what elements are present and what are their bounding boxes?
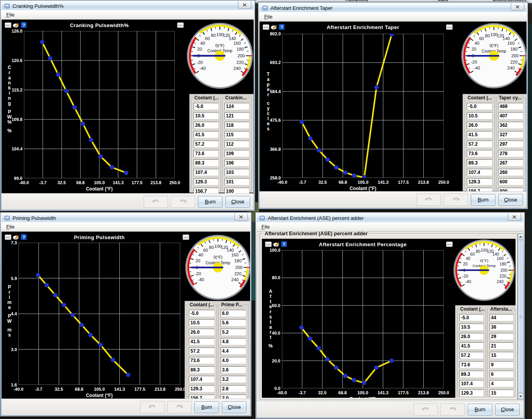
close-button[interactable]: Close [498,194,523,206]
coolant-value-field[interactable]: 41.5 [459,342,484,349]
curve-point[interactable] [110,165,114,170]
curve-value-field[interactable]: 327 [498,131,524,138]
curve-point[interactable] [362,175,366,178]
coolant-value-field[interactable]: 73.6 [459,361,484,368]
coolant-value-field[interactable]: 10.5 [467,112,492,119]
curve-value-field[interactable]: 6.0 [221,310,247,317]
more-options-button[interactable]: ... [5,234,11,240]
edit-icon[interactable] [271,24,278,30]
redo-button[interactable] [441,403,465,415]
curve-value-field[interactable]: 362 [498,122,524,129]
curve-value-field[interactable]: 21 [490,342,514,349]
curve-editor[interactable] [24,31,175,178]
curve-point[interactable] [99,154,103,159]
coolant-value-field[interactable]: 107.4 [459,380,484,387]
coolant-value-field[interactable]: -5.0 [467,103,492,110]
curve-point[interactable] [374,366,378,370]
titlebar[interactable]: Priming Pulsewidth [2,214,250,222]
curve-point[interactable] [62,303,66,307]
curve-value-field[interactable]: 407 [498,112,524,119]
curve-value-field[interactable]: 118 [225,122,250,129]
curve-value-field[interactable]: 103 [225,169,250,176]
undo-button[interactable] [140,401,165,413]
chart-options-button[interactable]: ... [446,242,453,247]
curve-value-field[interactable]: 112 [225,141,250,148]
curve-point[interactable] [89,138,93,142]
curve-point[interactable] [80,323,84,327]
curve-value-field[interactable]: 101 [225,178,250,185]
burn-button[interactable]: Burn [468,404,492,415]
coolant-value-field[interactable]: 26.0 [459,333,484,340]
curve-value-field[interactable]: 267 [498,159,524,167]
curve-point[interactable] [53,293,57,297]
coolant-value-field[interactable]: 107.4 [467,169,492,176]
coolant-value-field[interactable]: 10.5 [459,324,484,331]
curve-value-field[interactable]: 800 [498,188,524,191]
coolant-value-field[interactable]: 156.7 [467,188,492,191]
curve-value-field[interactable]: 3.2 [221,376,247,383]
coolant-value-field[interactable]: 107.4 [194,169,219,176]
curve-point[interactable] [124,171,128,175]
curve-point[interactable] [308,136,313,141]
menu-file[interactable]: File [260,223,271,230]
coolant-value-field[interactable]: 57.2 [459,352,484,359]
close-button[interactable]: Close [225,196,250,208]
curve-editor[interactable] [282,34,444,178]
curve-value-field[interactable]: 2.6 [221,385,247,392]
curve-value-field[interactable]: 106 [225,159,250,167]
coolant-value-field[interactable]: 89.3 [194,159,219,167]
close-button[interactable]: Close [222,401,247,413]
coolant-value-field[interactable]: -5.0 [194,103,219,110]
burn-button[interactable]: Burn [471,194,495,206]
more-options-button[interactable]: ... [5,22,11,28]
undo-button[interactable] [413,403,438,415]
undo-button[interactable] [417,194,441,206]
curve-value-field[interactable]: 121 [225,112,250,119]
curve-value-field[interactable]: 278 [498,150,524,157]
coolant-value-field[interactable]: 89.3 [189,366,215,373]
coolant-value-field[interactable]: 57.2 [189,348,215,355]
curve-point[interactable] [71,313,75,317]
curve-point[interactable] [299,326,303,330]
coolant-value-field[interactable]: 73.6 [194,150,219,157]
curve-point[interactable] [88,333,93,337]
close-button[interactable]: Close [495,404,520,415]
close-icon[interactable] [511,3,524,11]
coolant-value-field[interactable]: -5.0 [459,314,484,321]
coolant-value-field[interactable]: 73.6 [189,357,215,364]
burn-button[interactable]: Burn [194,401,219,413]
coolant-value-field[interactable]: 10.5 [194,112,219,119]
coolant-value-field[interactable]: 26.0 [189,329,215,336]
curve-point[interactable] [334,366,338,370]
curve-point[interactable] [72,105,77,110]
curve-value-field[interactable]: 15 [490,352,514,359]
coolant-value-field[interactable]: 10.5 [189,319,215,326]
curve-value-field[interactable]: 6 [490,371,514,378]
scroll-up-button[interactable] [518,234,523,240]
curve-point[interactable] [111,358,115,362]
coolant-value-field[interactable]: 107.4 [189,376,215,383]
edit-icon[interactable] [273,242,280,247]
coolant-value-field[interactable]: 57.2 [467,141,492,148]
edit-icon[interactable] [13,22,20,28]
curve-value-field[interactable]: 4.4 [221,348,247,355]
titlebar[interactable]: Afterstart Enrichment (ASE) percent adde… [257,214,523,222]
coolant-value-field[interactable]: 129.3 [459,390,484,397]
coolant-value-field[interactable]: 129.3 [194,178,219,185]
curve-editor[interactable] [18,243,180,385]
coolant-value-field[interactable]: -5.0 [189,310,215,317]
curve-point[interactable] [99,343,103,347]
coolant-value-field[interactable]: 156.7 [189,395,215,399]
coolant-value-field[interactable]: 89.3 [467,159,492,167]
curve-point[interactable] [64,89,68,93]
curve-point[interactable] [48,56,52,60]
curve-value-field[interactable]: 600 [498,178,524,185]
chart-options-button[interactable]: ... [446,24,453,30]
curve-point[interactable] [334,165,338,170]
curve-point[interactable] [40,40,44,44]
curve-value-field[interactable]: 4.8 [221,338,247,345]
curve-value-field[interactable]: 100 [225,188,250,193]
redo-button[interactable] [167,401,192,413]
curve-point[interactable] [36,273,40,277]
curve-value-field[interactable]: 15 [490,390,514,397]
